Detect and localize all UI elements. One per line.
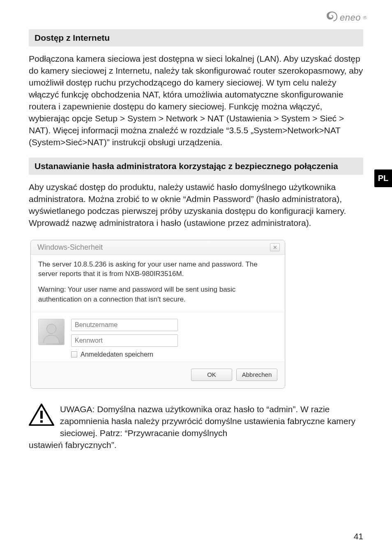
note-text-continued: ustawień fabrycznych”. xyxy=(29,439,363,451)
close-icon: ✕ xyxy=(273,244,277,251)
cancel-button[interactable]: Abbrechen xyxy=(236,369,277,381)
page-number: 41 xyxy=(354,531,363,541)
warning-icon xyxy=(29,404,54,426)
dialog-footer: OK Abbrechen xyxy=(31,362,285,388)
ok-button[interactable]: OK xyxy=(191,369,232,381)
page-root: eneo ® PL Dostęp z Internetu Podłączona … xyxy=(0,0,392,557)
section1-header: Dostęp z Internetu xyxy=(29,29,363,46)
dialog-titlebar: Windows-Sicherheit ✕ xyxy=(31,240,285,255)
remember-checkbox[interactable] xyxy=(71,351,77,357)
password-field[interactable] xyxy=(71,334,178,347)
credentials-row: Anmeldedaten speichern xyxy=(31,312,285,362)
dialog-message-2: Warning: Your user name and password wil… xyxy=(38,285,277,304)
remember-row[interactable]: Anmeldedaten speichern xyxy=(71,351,277,358)
svg-rect-2 xyxy=(40,411,43,418)
section2-body: Aby uzyskać dostęp do produktu, należy u… xyxy=(29,181,363,229)
close-button[interactable]: ✕ xyxy=(270,243,280,251)
dialog-title-text: Windows-Sicherheit xyxy=(37,243,103,252)
remember-label: Anmeldedaten speichern xyxy=(81,351,153,358)
brand-logo: eneo ® xyxy=(327,12,367,24)
note-row: UWAGA: Domyślna nazwa użytkownika oraz h… xyxy=(29,404,363,439)
dialog-body: The server 10.8.5.236 is asking for your… xyxy=(31,255,285,312)
username-field[interactable] xyxy=(71,319,178,331)
dialog-message-1: The server 10.8.5.236 is asking for your… xyxy=(38,260,277,279)
auth-dialog: Windows-Sicherheit ✕ The server 10.8.5.2… xyxy=(30,240,285,389)
credential-fields: Anmeldedaten speichern xyxy=(71,319,277,358)
page-content: Dostęp z Internetu Podłączona kamera sie… xyxy=(29,29,363,451)
section2-header: Ustanawianie hasła administratora korzys… xyxy=(29,158,363,175)
section1-body: Podłączona kamera sieciowa jest dostępna… xyxy=(29,53,363,149)
svg-rect-3 xyxy=(40,420,43,423)
svg-point-1 xyxy=(46,324,56,333)
brand-swirl-icon xyxy=(327,12,337,24)
language-tab: PL xyxy=(374,169,392,187)
brand-registered-icon: ® xyxy=(363,15,367,20)
note-text: UWAGA: Domyślna nazwa użytkownika oraz h… xyxy=(60,404,363,439)
avatar-icon xyxy=(38,319,65,345)
brand-name: eneo xyxy=(340,12,361,23)
